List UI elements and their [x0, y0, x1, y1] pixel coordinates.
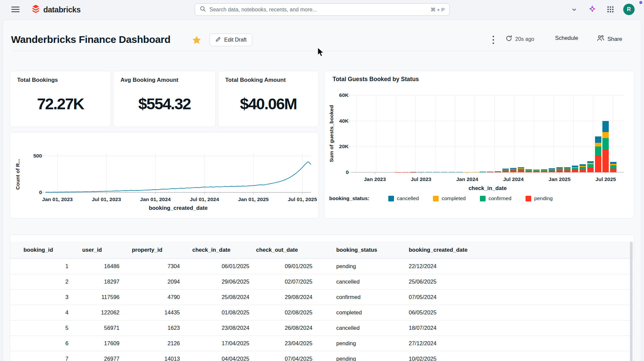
bar-segment-cancelled [580, 164, 586, 166]
cell-booking_id: 6 [10, 336, 72, 351]
cell-user_id: 117596 [72, 289, 123, 305]
chevron-down-icon[interactable] [569, 5, 579, 14]
table-row[interactable]: 41220621443501/08/202502/08/2025complete… [10, 305, 634, 320]
table-row[interactable]: 556971162323/08/202426/08/2024cancelled1… [10, 320, 634, 336]
bar-segment-confirmed [502, 170, 509, 171]
column-header-booking_created_date[interactable]: booking_created_date [389, 241, 634, 258]
cell-check_in_date: 23/08/2024 [184, 320, 253, 336]
legend-item-confirmed[interactable]: confirmed [480, 195, 511, 201]
bar-segment-confirmed [610, 165, 616, 169]
table-row[interactable]: 617609212617/04/202523/04/2025pending27/… [10, 336, 634, 351]
table-row[interactable]: 7269771401304/04/202507/04/2025pending10… [10, 351, 634, 361]
bar-y-tick-label: 0 [331, 169, 349, 175]
bar-segment-completed [502, 170, 509, 170]
legend-swatch [388, 196, 394, 201]
cell-check_out_date: 02/07/2025 [253, 274, 316, 289]
bar-segment-confirmed [587, 164, 594, 168]
kpi-card-total-booking-amount[interactable]: Total Booking Amount $40.06M [218, 71, 319, 127]
table-header-row: booking_iduser_idproperty_idcheck_in_dat… [10, 241, 634, 258]
cell-booking_created_date: 22/12/2024 [389, 258, 634, 274]
legend-item-pending[interactable]: pending [526, 195, 553, 201]
column-header-booking_id[interactable]: booking_id [10, 241, 72, 258]
column-header-booking_status[interactable]: booking_status [316, 241, 389, 258]
bar-segment-pending [541, 171, 547, 172]
bar-segment-cancelled [518, 167, 524, 168]
bar-segment-pending [580, 169, 586, 172]
share-button[interactable]: Share [597, 35, 622, 43]
bookings-table: booking_iduser_idproperty_idcheck_in_dat… [10, 241, 634, 361]
bar-segment-confirmed [564, 169, 571, 170]
cell-check_in_date: 25/08/2024 [184, 289, 253, 305]
bar-segment-cancelled [480, 172, 486, 172]
legend-item-cancelled[interactable]: cancelled [388, 195, 419, 201]
kpi-card-avg-booking-amount[interactable]: Avg Booking Amount $554.32 [113, 71, 216, 127]
cell-property_id: 14435 [123, 305, 184, 320]
cell-booking_status: pending [316, 336, 389, 351]
cell-user_id: 16486 [72, 258, 123, 274]
cell-booking_status: pending [316, 258, 389, 274]
user-avatar[interactable]: R [623, 4, 635, 15]
bar-segment-confirmed [580, 167, 586, 169]
bar-segment-pending [602, 150, 609, 172]
bar-segment-cancelled [464, 172, 470, 172]
bar-segment-completed [602, 132, 609, 138]
kpi-label: Avg Booking Amount [120, 77, 179, 83]
table-row[interactable]: 218297209429/06/202502/07/2025cancelled2… [10, 274, 634, 289]
share-people-icon [597, 35, 605, 43]
schedule-button[interactable]: Schedule [555, 35, 578, 41]
bar-x-tick-label: Jul 2023 [398, 176, 445, 182]
line-x-tick-label: Jan 01, 2023 [34, 196, 81, 202]
global-search-bar[interactable]: ⌘ + P [195, 3, 450, 16]
bar-x-tick-label: Jan 2024 [444, 176, 491, 182]
line-chart-card[interactable]: Count of R... booking_created_date 5000J… [10, 132, 319, 219]
hamburger-menu-icon[interactable] [10, 4, 21, 14]
column-header-property_id[interactable]: property_id [123, 241, 184, 258]
bar-segment-pending [610, 169, 616, 173]
last-refresh-time: 20s ago [515, 36, 534, 42]
assistant-sparkle-icon[interactable] [587, 5, 597, 14]
bar-chart-card[interactable]: Total Guests Booked by Status Sum of gue… [324, 71, 634, 219]
bar-segment-cancelled [418, 172, 424, 172]
favorite-star-icon[interactable] [191, 35, 202, 46]
table-scrollbar[interactable] [630, 242, 633, 361]
top-nav: databricks ⌘ + P R [0, 0, 644, 19]
bar-segment-confirmed [549, 170, 555, 171]
bar-segment-completed [587, 163, 594, 164]
bar-segment-completed [595, 143, 601, 146]
app-switcher-grid-icon[interactable] [605, 5, 615, 14]
line-x-tick-label: Jan 01, 2025 [230, 196, 277, 202]
page-title: Wanderbricks Finance Dashboard [11, 34, 170, 45]
cell-property_id: 4790 [123, 289, 184, 305]
bar-segment-cancelled [533, 170, 540, 170]
legend-item-completed[interactable]: completed [433, 195, 466, 201]
column-header-check_out_date[interactable]: check_out_date [253, 241, 316, 258]
legend-swatch [526, 196, 531, 201]
table-row[interactable]: 3117596479025/08/202429/08/2024confirmed… [10, 289, 634, 305]
line-x-tick-label: Jul 01, 2025 [279, 196, 326, 202]
table-row[interactable]: 116486730406/01/202509/01/2025pending22/… [10, 258, 634, 274]
bookings-table-card[interactable]: booking_iduser_idproperty_idcheck_in_dat… [10, 235, 634, 361]
bar-segment-cancelled [572, 166, 578, 167]
bar-segment-completed [526, 170, 532, 170]
kebab-menu-icon[interactable] [489, 34, 498, 46]
bar-segment-cancelled [495, 171, 501, 172]
cell-check_in_date: 29/06/2025 [184, 274, 253, 289]
refresh-status-button[interactable]: 20s ago [505, 35, 534, 43]
edit-draft-button[interactable]: Edit Draft [209, 34, 252, 46]
column-header-check_in_date[interactable]: check_in_date [184, 241, 253, 258]
column-header-user_id[interactable]: user_id [72, 241, 123, 258]
bar-segment-pending [402, 172, 409, 173]
databricks-logo[interactable]: databricks [31, 4, 81, 15]
search-input[interactable] [209, 7, 427, 13]
bar-segment-confirmed [510, 169, 516, 170]
bar-segment-confirmed [595, 146, 601, 156]
cell-property_id: 14013 [123, 351, 184, 361]
bar-segment-completed [580, 166, 586, 167]
cell-check_in_date: 17/04/2025 [184, 336, 253, 351]
cell-booking_id: 7 [10, 351, 72, 361]
cell-check_out_date: 23/04/2025 [253, 336, 316, 351]
cell-booking_status: cancelled [316, 274, 389, 289]
bar-segment-cancelled [510, 168, 516, 169]
cell-booking_created_date: 27/12/2024 [389, 336, 634, 351]
kpi-card-total-bookings[interactable]: Total Bookings 72.27K [10, 71, 111, 127]
